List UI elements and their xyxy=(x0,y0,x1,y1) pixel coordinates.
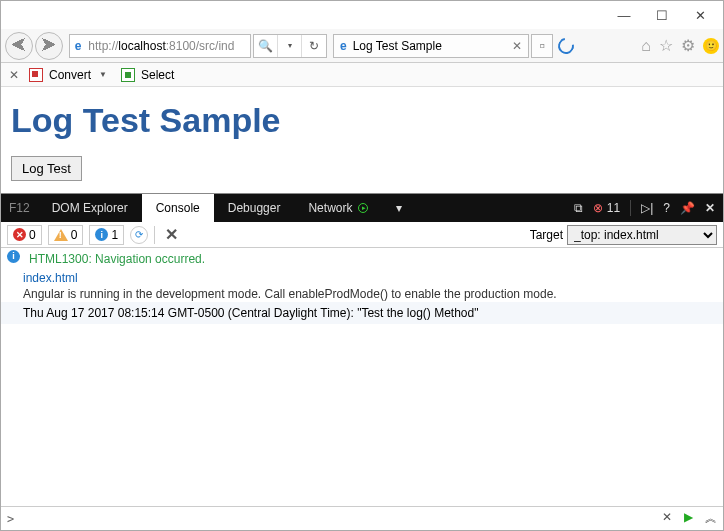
browser-nav-bar: ⮜ ⮞ e http://localhost:8100/src/ind 🔍 ▾ … xyxy=(1,29,723,63)
edge-icon xyxy=(555,34,577,56)
separator xyxy=(630,200,631,216)
log-test-button[interactable]: Log Test xyxy=(11,156,82,181)
pin-icon[interactable]: 📌 xyxy=(680,201,695,215)
console-toolbar: ✕ 0 0 i 1 ⟳ ✕ Target _top: index.html xyxy=(1,222,723,248)
tab-network[interactable]: Network xyxy=(294,194,382,222)
new-tab-button[interactable]: ▫ xyxy=(531,34,553,58)
devtools-right-controls: ⧉ ⊗ 11 ▷| ? 📌 ✕ xyxy=(566,194,723,222)
f12-label: F12 xyxy=(1,194,38,222)
home-icon[interactable]: ⌂ xyxy=(641,37,651,55)
browser-tab[interactable]: e Log Test Sample ✕ xyxy=(333,34,529,58)
expand-input-icon[interactable]: ︽ xyxy=(705,510,717,527)
favorites-icon[interactable]: ☆ xyxy=(659,36,673,55)
tab-overflow[interactable]: ▾ xyxy=(382,194,416,222)
window-close-button[interactable]: ✕ xyxy=(681,1,719,29)
feedback-icon[interactable]: 🙂 xyxy=(703,38,719,54)
select-button[interactable]: Select xyxy=(141,68,174,82)
console-input-row: > ✕ ▶ ︽ xyxy=(1,506,723,530)
url-text[interactable]: http://localhost:8100/src/ind xyxy=(86,39,250,53)
tab-close-icon[interactable]: ✕ xyxy=(512,39,522,53)
tab-title: Log Test Sample xyxy=(353,39,442,53)
ie-icon: e xyxy=(70,39,86,53)
info-icon: i xyxy=(7,250,20,263)
warning-icon xyxy=(54,229,68,241)
window-maximize-button[interactable]: ☐ xyxy=(643,1,681,29)
settings-icon[interactable]: ⚙ xyxy=(681,36,695,55)
convert-icon xyxy=(29,68,43,82)
ie-tab-icon: e xyxy=(340,39,347,53)
preserve-log-button[interactable]: ⟳ xyxy=(130,226,148,244)
help-icon[interactable]: ? xyxy=(663,201,670,215)
emulation-icon[interactable]: ⧉ xyxy=(574,201,583,215)
tab-dom-explorer[interactable]: DOM Explorer xyxy=(38,194,142,222)
console-source-link[interactable]: index.html xyxy=(23,270,723,286)
console-row: Thu Aug 17 2017 08:15:14 GMT-0500 (Centr… xyxy=(1,302,723,324)
window-titlebar: — ☐ ✕ xyxy=(1,1,723,29)
console-message: Thu Aug 17 2017 08:15:14 GMT-0500 (Centr… xyxy=(23,304,478,322)
tab-debugger[interactable]: Debugger xyxy=(214,194,295,222)
forward-button[interactable]: ⮞ xyxy=(35,32,63,60)
edge-button[interactable] xyxy=(555,34,577,58)
console-message: Angular is running in the development mo… xyxy=(23,286,723,302)
pdf-toolbar: ✕ Convert ▼ Select xyxy=(1,63,723,87)
error-count[interactable]: ⊗ 11 xyxy=(593,201,620,215)
devtools-tabs: F12 DOM Explorer Console Debugger Networ… xyxy=(1,194,723,222)
error-icon: ✕ xyxy=(13,228,26,241)
devtools-close-icon[interactable]: ✕ xyxy=(705,201,715,215)
prompt-icon: > xyxy=(7,512,14,526)
warnings-filter[interactable]: 0 xyxy=(48,225,84,245)
select-icon xyxy=(121,68,135,82)
clear-input-icon[interactable]: ✕ xyxy=(662,510,672,527)
toolbar-close-button[interactable]: ✕ xyxy=(5,68,23,82)
step-icon[interactable]: ▷| xyxy=(641,201,653,215)
page-content: Log Test Sample Log Test xyxy=(1,87,723,193)
divider xyxy=(154,226,155,244)
back-button[interactable]: ⮜ xyxy=(5,32,33,60)
search-dropdown[interactable]: ▾ xyxy=(278,35,302,57)
search-button[interactable]: 🔍 xyxy=(254,35,278,57)
network-record-icon xyxy=(358,203,368,213)
info-icon: i xyxy=(95,228,108,241)
browser-toolbar-right: ⌂ ☆ ⚙ 🙂 xyxy=(641,36,719,55)
run-icon[interactable]: ▶ xyxy=(684,510,693,527)
devtools-panel: F12 DOM Explorer Console Debugger Networ… xyxy=(1,193,723,530)
page-heading: Log Test Sample xyxy=(11,101,713,140)
errors-filter[interactable]: ✕ 0 xyxy=(7,225,42,245)
clear-console-button[interactable]: ✕ xyxy=(161,225,182,244)
window-minimize-button[interactable]: — xyxy=(605,1,643,29)
address-controls: 🔍 ▾ ↻ xyxy=(253,34,327,58)
refresh-button[interactable]: ↻ xyxy=(302,35,326,57)
console-row: i HTML1300: Navigation occurred. xyxy=(1,248,723,270)
info-filter[interactable]: i 1 xyxy=(89,225,124,245)
tab-console[interactable]: Console xyxy=(142,194,214,222)
target-label: Target xyxy=(530,228,563,242)
console-input[interactable] xyxy=(18,512,662,526)
target-select[interactable]: _top: index.html xyxy=(567,225,717,245)
address-bar[interactable]: e http://localhost:8100/src/ind xyxy=(69,34,251,58)
convert-dropdown-icon[interactable]: ▼ xyxy=(99,70,107,79)
console-output[interactable]: i HTML1300: Navigation occurred. index.h… xyxy=(1,248,723,506)
convert-button[interactable]: Convert xyxy=(49,68,91,82)
